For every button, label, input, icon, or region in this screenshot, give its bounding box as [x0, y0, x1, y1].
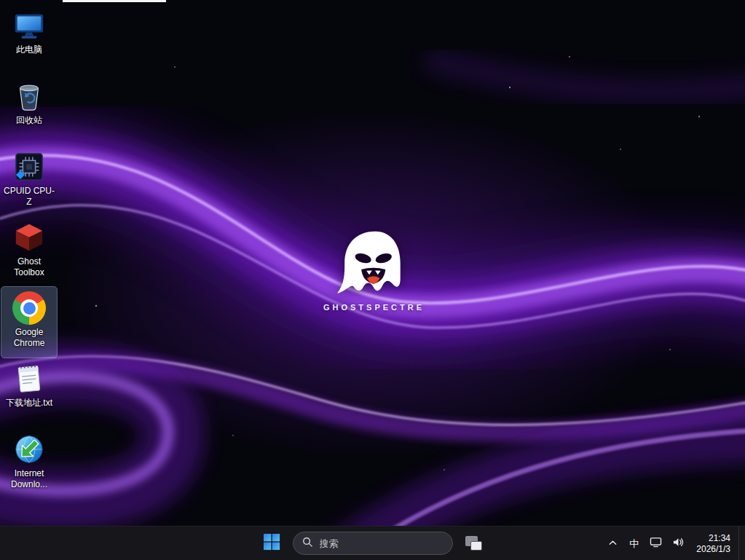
desktop-icon-recycle-bin[interactable]: 回收站: [1, 75, 57, 146]
wallpaper-logo: GHOSTSPECTRE: [320, 226, 425, 312]
desktop-icon-google-chrome[interactable]: Google Chrome: [1, 287, 57, 358]
desktop-icon-label: Ghost Toolbox: [1, 256, 57, 278]
ghost-icon: [330, 226, 414, 300]
taskbar: 中 21:34 2026/1/3: [0, 526, 745, 560]
desktop-icon-label: 此电脑: [16, 44, 42, 55]
desktop-icon-label: 回收站: [16, 115, 42, 126]
chrome-icon: [12, 291, 47, 326]
clock-time: 21:34: [709, 533, 730, 544]
taskbar-center-group: [257, 529, 489, 558]
chevron-up-icon: [608, 537, 618, 551]
hidden-icons-button[interactable]: [603, 531, 623, 557]
desktop-icon-label: Google Chrome: [1, 327, 57, 349]
windows-logo-icon: [263, 533, 280, 553]
desktop-icon-cpu-z[interactable]: CPUID CPU-Z: [1, 146, 57, 216]
desktop[interactable]: GHOSTSPECTRE 此电脑: [0, 0, 745, 560]
desktop-icon-ghost-toolbox[interactable]: Ghost Toolbox: [1, 216, 57, 287]
idm-icon: [12, 432, 47, 467]
this-pc-icon: [12, 8, 47, 43]
desktop-icon-internet-download-manager[interactable]: Internet Downlo...: [1, 428, 57, 499]
system-tray: 中 21:34 2026/1/3: [603, 527, 742, 560]
desktop-icon-label: CPUID CPU-Z: [1, 186, 57, 208]
stacked-windows-icon: [465, 536, 482, 551]
network-icon: [650, 537, 662, 551]
show-desktop-button[interactable]: [738, 527, 742, 560]
ime-indicator[interactable]: 中: [624, 531, 644, 557]
desktop-icon-label: 下载地址.txt: [6, 398, 52, 409]
task-view-button[interactable]: [460, 529, 489, 558]
wallpaper-logo-caption: GHOSTSPECTRE: [320, 303, 425, 312]
top-window-edge-sliver: [63, 0, 166, 2]
search-input[interactable]: [320, 538, 444, 549]
desktop-icon-column: 此电脑 回收站: [1, 4, 57, 499]
cpu-z-icon: [12, 149, 47, 184]
search-icon: [302, 537, 313, 551]
start-button[interactable]: [257, 529, 286, 558]
recycle-bin-icon: [12, 79, 47, 114]
clock[interactable]: 21:34 2026/1/3: [690, 532, 737, 556]
desktop-icon-this-pc[interactable]: 此电脑: [1, 4, 57, 75]
desktop-icon-download-txt[interactable]: 下载地址.txt: [1, 358, 57, 428]
text-file-icon: [12, 361, 47, 396]
speaker-icon: [672, 537, 684, 551]
ghost-toolbox-icon: [12, 220, 47, 255]
clock-date: 2026/1/3: [696, 544, 730, 555]
volume-button[interactable]: [668, 531, 688, 557]
taskbar-search[interactable]: [293, 532, 453, 555]
desktop-icon-label: Internet Downlo...: [1, 468, 57, 490]
network-button[interactable]: [645, 531, 666, 557]
